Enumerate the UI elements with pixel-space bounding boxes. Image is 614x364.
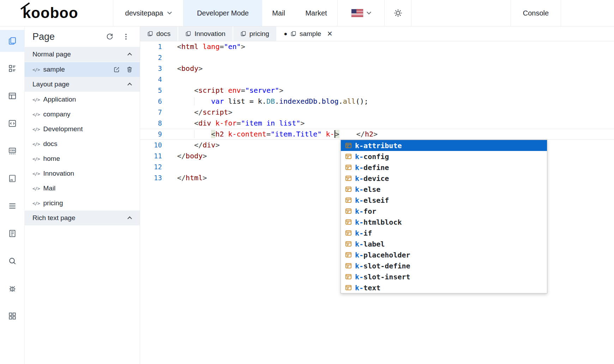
close-tab-icon[interactable]: × — [327, 29, 332, 38]
code-line[interactable]: 4 — [140, 74, 614, 85]
tab-innovation[interactable]: Innovation — [178, 26, 233, 41]
rail-item-modules[interactable] — [0, 305, 24, 327]
suggestion-match: k- — [355, 229, 363, 237]
nav-market[interactable]: Market — [295, 0, 337, 26]
section-header-normal-page[interactable]: Normal page — [25, 47, 140, 62]
suggestion-rest: slot-insert — [363, 273, 410, 281]
suggestion-rest: else — [363, 185, 380, 194]
modules-grid-icon — [8, 311, 17, 321]
rail-item-code[interactable] — [0, 113, 24, 134]
suggestion-label: k-config — [355, 152, 389, 161]
suggestion-item[interactable]: k-label — [341, 238, 547, 249]
panel-menu-button[interactable] — [121, 31, 131, 42]
rail-item-search[interactable] — [0, 250, 24, 272]
tab-label: docs — [156, 30, 170, 38]
indent-guide — [194, 130, 194, 138]
page-item-docs[interactable]: </>docs — [25, 136, 140, 151]
rail-item-layouts[interactable] — [0, 85, 24, 107]
suggestion-item[interactable]: k-placeholder — [341, 249, 547, 260]
snippet-icon — [345, 273, 352, 280]
code-line[interactable]: 9 <h2 k-content="item.Title" k-> </h2> — [140, 129, 614, 140]
code-line[interactable]: 6 var list = k.DB.indexedDb.blog.all(); — [140, 96, 614, 107]
site-selector[interactable]: devsitepapa — [113, 0, 183, 26]
snippet-icon — [345, 197, 352, 204]
rail-item-styles[interactable]: CSS — [0, 140, 24, 162]
suggestion-item[interactable]: k-config — [341, 151, 547, 162]
kooboo-logo[interactable]: kooboo — [0, 0, 113, 26]
rail-item-scripts[interactable]: JS — [0, 168, 24, 189]
rail-item-content-types[interactable] — [0, 57, 24, 79]
theme-toggle[interactable] — [384, 0, 411, 26]
rail-item-documents[interactable] — [0, 223, 24, 244]
suggestion-item[interactable]: k-text — [341, 282, 547, 293]
tab-docs[interactable]: docs — [140, 26, 177, 41]
page-item-mail[interactable]: </>Mail — [25, 181, 140, 196]
page-item-pricing[interactable]: </>pricing — [25, 196, 140, 211]
code-line[interactable]: 8 <div k-for="item in list"> — [140, 118, 614, 129]
section-header-rich-text-page[interactable]: Rich text page — [25, 211, 140, 225]
suggestion-item[interactable]: k-if — [341, 228, 547, 238]
page-item-innovation[interactable]: </>Innovation — [25, 166, 140, 181]
page-item-development[interactable]: </>Development — [25, 122, 140, 136]
suggestion-item[interactable]: k-slot-define — [341, 260, 547, 271]
page-item-home[interactable]: </>home — [25, 151, 140, 166]
nav-console[interactable]: Console — [511, 0, 561, 26]
section-label: Normal page — [32, 50, 128, 58]
suggestion-match: k- — [355, 273, 363, 281]
suggestion-match: k- — [355, 174, 363, 183]
suggestion-match: k- — [355, 152, 363, 161]
tab-pricing[interactable]: pricing — [233, 26, 276, 41]
page-item-sample[interactable]: </>sample — [25, 62, 140, 77]
suggestion-item[interactable]: k-define — [341, 162, 547, 173]
suggestion-label: k-label — [355, 240, 385, 248]
page-tab-icon — [240, 31, 246, 37]
code-line[interactable]: 5 <script env="server"> — [140, 85, 614, 96]
suggestion-item[interactable]: k-htmlblock — [341, 217, 547, 228]
css-icon: CSS — [8, 146, 17, 156]
line-number: 6 — [140, 96, 162, 107]
rail-item-pages[interactable] — [0, 30, 24, 52]
suggestion-label: k-define — [355, 163, 389, 172]
nav-developer-mode[interactable]: Developer Mode — [183, 0, 262, 26]
line-content: var list = k.DB.indexedDb.blog.all(); — [162, 96, 614, 107]
suggestion-item[interactable]: k-else — [341, 184, 547, 195]
suggestion-item[interactable]: k-slot-insert — [341, 271, 547, 282]
refresh-icon — [106, 33, 114, 41]
code-editor[interactable]: 1<html lang="en">23<body>45 <script env=… — [140, 41, 614, 364]
edit-icon[interactable] — [113, 66, 121, 73]
code-line[interactable]: 7 </script> — [140, 107, 614, 118]
suggestion-item[interactable]: k-for — [341, 206, 547, 217]
code-line[interactable]: 3<body> — [140, 63, 614, 74]
pages-icon — [8, 36, 17, 46]
language-selector[interactable] — [337, 0, 384, 26]
page-item-company[interactable]: </>company — [25, 107, 140, 122]
section-label: Layout page — [32, 80, 128, 88]
suggestion-label: k-text — [355, 284, 380, 292]
delete-icon[interactable] — [126, 66, 133, 73]
tab-label: sample — [300, 30, 321, 38]
page-item-application[interactable]: </>Application — [25, 92, 140, 107]
nav-mail[interactable]: Mail — [262, 0, 295, 26]
snippet-icon — [345, 230, 352, 236]
suggestion-item[interactable]: k-attribute — [341, 140, 547, 151]
page-item-label: company — [43, 110, 70, 118]
page-tab-icon — [290, 31, 296, 37]
tab-label: Innovation — [194, 30, 225, 38]
suggestion-rest: text — [363, 284, 380, 292]
line-number: 9 — [140, 129, 162, 140]
rail-item-menus[interactable] — [0, 195, 24, 217]
suggestion-item[interactable]: k-elseif — [341, 195, 547, 206]
code-line[interactable]: 1<html lang="en"> — [140, 41, 614, 52]
code-line[interactable]: 2 — [140, 52, 614, 63]
suggestion-item[interactable]: k-device — [341, 173, 547, 184]
tab-sample[interactable]: •sample× — [277, 26, 339, 41]
refresh-button[interactable] — [104, 31, 115, 42]
suggestion-label: k-else — [355, 185, 380, 194]
line-content: </script> — [162, 107, 614, 118]
line-content: <h2 k-content="item.Title" k-> </h2> — [162, 129, 614, 140]
section-header-layout-page[interactable]: Layout page — [25, 77, 140, 92]
suggestion-rest: for — [363, 207, 376, 216]
us-flag-icon — [351, 9, 363, 17]
line-number: 3 — [140, 63, 162, 74]
rail-item-debug[interactable] — [0, 278, 24, 299]
